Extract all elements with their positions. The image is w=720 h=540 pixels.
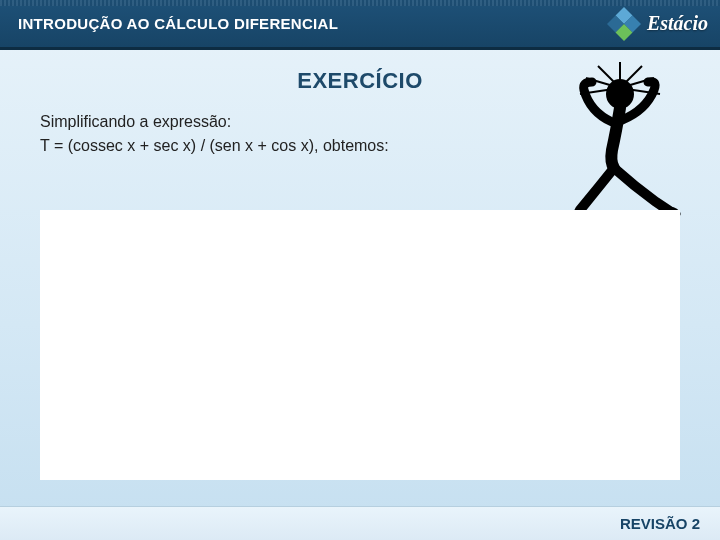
course-title: INTRODUÇÃO AO CÁLCULO DIFERENCIAL xyxy=(18,15,338,32)
answer-area xyxy=(40,210,680,480)
brand-logo: Estácio xyxy=(607,7,708,41)
footer-bar: REVISÃO 2 xyxy=(0,506,720,540)
stick-figure-icon xyxy=(550,60,690,230)
footer-label: REVISÃO 2 xyxy=(620,515,700,532)
brand-text: Estácio xyxy=(647,12,708,35)
header-bar: INTRODUÇÃO AO CÁLCULO DIFERENCIAL Estáci… xyxy=(0,0,720,50)
cube-icon xyxy=(607,7,641,41)
